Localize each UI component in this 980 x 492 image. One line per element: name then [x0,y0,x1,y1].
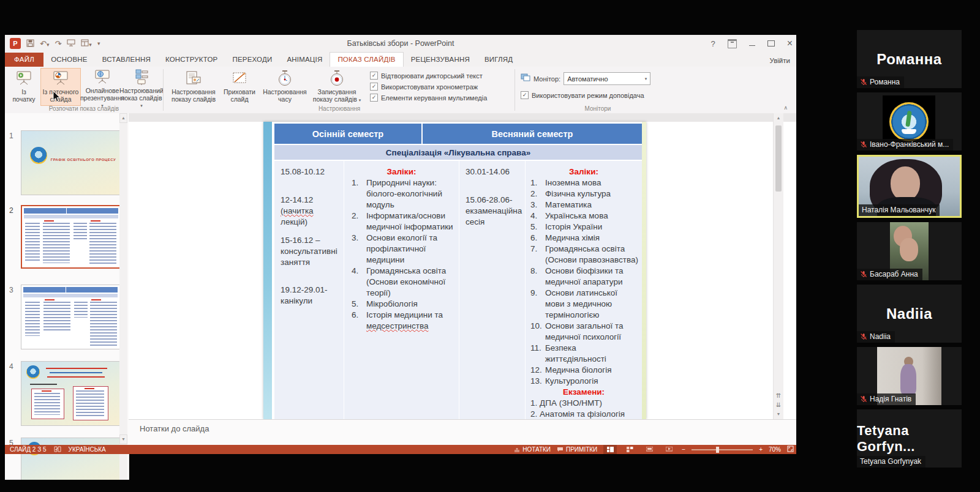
vertical-scrollbar[interactable]: ▲ ⇈ ⇊ ▼ [773,113,783,419]
from-current-slide-button[interactable]: Із поточного слайда [40,68,81,106]
setup-slideshow-button[interactable]: Настроювання показу слайдів [168,69,219,104]
hide-slide-button[interactable]: Приховати слайд [222,69,257,104]
undo-icon[interactable]: ↶▾ [40,40,49,48]
monitor-icon [521,73,530,84]
record-slideshow-button[interactable]: Записування показу слайдів ▾ [311,69,363,104]
zoom-in-icon[interactable]: + [759,446,763,453]
close-icon[interactable]: × [787,38,793,49]
tab-slideshow[interactable]: ПОКАЗ СЛАЙДІВ [330,52,403,67]
zoom-slider[interactable] [692,449,753,450]
slide-sorter-view-button[interactable] [623,445,636,454]
participant-tile-nadiia[interactable]: Nadiia Nadiia [857,285,962,343]
slide-thumbnail-2-selected[interactable] [21,205,121,269]
participant-tile-basarab[interactable]: Басараб Анна [857,222,962,280]
language-indicator[interactable]: УКРАЇНСЬКА [69,446,106,453]
slide-canvas[interactable]: Осінній семестр Весняний семестр Спеціал… [263,122,646,419]
group-setup: Настроювання показу слайдів Приховати сл… [164,67,514,113]
sign-in-link[interactable]: Увійти [770,57,790,64]
credit-item: Громадянська освіта (Основи правознавств… [545,244,639,266]
credit-item: Іноземна мова [545,177,639,188]
table-icon[interactable]: ▾ [81,39,92,48]
slideshow-view-button[interactable] [662,445,676,454]
save-icon[interactable] [26,39,34,48]
spellcheck-icon[interactable] [54,446,61,453]
button-label: Настроювання часу [261,89,309,103]
normal-view-button[interactable] [603,445,617,454]
comments-button[interactable]: ПРИМІТКИ [557,446,597,453]
ribbon: Із початку Із поточного слайда Онлайнове… [5,67,796,114]
custom-slideshow-button[interactable]: Настроюваний показ слайдів ▾ [123,69,160,104]
participant-tile-college[interactable]: Івано-Франківський м... [857,92,962,151]
participant-tile-hnativ[interactable]: Надія Гнатів [857,347,962,405]
zoom-participants-strip: Романна Романна Івано-Франківський м... … [857,30,962,472]
tab-view[interactable]: ВИГЛЯД [477,53,520,67]
window-title: Батьківські збори - PowerPoint [5,39,796,48]
credit-item: Медична біологія [545,365,639,376]
tab-design[interactable]: КОНСТРУКТОР [158,53,225,67]
tab-animations[interactable]: АНІМАЦІЯ [279,53,330,67]
scroll-down-icon[interactable]: ▼ [119,434,127,444]
participant-tile-nataliia-speaking[interactable]: Наталія Мальованчук [857,155,962,218]
credit-item: Мікробіологія [366,299,456,310]
fit-to-window-icon[interactable] [787,445,794,453]
slide-thumbnail-3[interactable] [21,285,120,349]
redo-icon[interactable]: ↷ [55,40,61,48]
slide-left-accent [263,122,272,419]
zoom-level[interactable]: 70% [769,446,781,453]
status-bar: СЛАЙД 2 З 5 УКРАЇНСЬКА НОТАТКИ ПРИМІТКИ [5,445,796,454]
tab-file[interactable]: ФАЙЛ [5,53,43,67]
notes-button[interactable]: НОТАТКИ [514,446,551,453]
slide-thumbnail-1[interactable]: ГРАФІК ОСВІТНЬОГО ПРОЦЕСУ [21,130,120,195]
exams-list: ДПА (ЗНО/НМТ) Анатомія та фізіологія люд… [526,398,642,419]
collapse-ribbon-icon[interactable]: ∧ [783,105,788,111]
credit-item: Основи латинської мови з медичною термін… [545,288,639,321]
customize-qat-icon[interactable]: ▾ [97,40,100,47]
start-slideshow-icon[interactable] [67,39,75,48]
slide-thumbnail-5[interactable] [21,438,120,480]
checkbox-icon: ✓ [370,83,378,91]
slideshow-screen-icon [52,69,69,87]
next-slide-icon[interactable]: ⇊ [776,400,781,409]
previous-slide-icon[interactable]: ⇈ [776,391,781,400]
thumbnail-scrollbar[interactable]: ▲ ▼ [119,113,127,480]
scroll-down-icon[interactable]: ▼ [777,409,781,419]
reading-view-button[interactable] [643,445,656,454]
monitor-dropdown[interactable]: Автоматично ▾ [564,72,650,85]
rehearse-timings-button[interactable]: Настроювання часу [261,69,309,104]
semester-table[interactable]: Осінній семестр Весняний семестр Спеціал… [274,124,642,419]
show-media-controls-checkbox[interactable]: ✓ Елементи керування мультимедіа [370,94,487,102]
checkbox-label: Використовувати режим доповідача [532,92,644,99]
play-narrations-checkbox[interactable]: ✓ Відтворювати дикторський текст [370,72,487,80]
checkbox-label: Елементи керування мультимедіа [381,94,487,102]
button-label: Записування показу слайдів ▾ [311,89,363,103]
scroll-up-icon[interactable]: ▲ [777,113,781,123]
restore-icon[interactable] [767,40,775,47]
slide-thumbnail-4[interactable] [21,361,120,426]
slide-editing-area: Осінній семестр Весняний семестр Спеціал… [129,113,796,419]
ribbon-display-options-icon[interactable] [728,39,737,48]
present-online-button[interactable]: Онлайнове презентування ▾ [85,69,120,104]
from-beginning-button[interactable]: Із початку [10,69,38,104]
zoom-slider-thumb[interactable] [716,447,719,453]
canvas-margin [129,113,796,122]
tab-home[interactable]: ОСНОВНЕ [43,53,95,67]
scrollbar-thumb[interactable] [775,125,782,192]
use-timings-checkbox[interactable]: ✓ Використовувати хронометраж [370,83,487,91]
help-icon[interactable]: ? [710,39,715,48]
minimize-icon[interactable] [749,45,755,46]
checkbox-label: Використовувати хронометраж [381,83,478,91]
participant-tile-tetyana[interactable]: Tetyana Gorfyn... Tetyana Gorfynyak [857,409,962,468]
tab-insert[interactable]: ВСТАВЛЕННЯ [95,53,158,67]
tab-transitions[interactable]: ПЕРЕХОДИ [225,53,279,67]
presenter-view-checkbox[interactable]: ✓ Використовувати режим доповідача [521,91,644,99]
participant-tile-romanna[interactable]: Романна Романна [857,30,962,88]
scroll-up-icon[interactable]: ▲ [119,113,127,123]
college-emblem-icon [30,147,47,164]
spring-credits-cell: Заліки: Іноземна мова Фізична культура М… [526,161,642,419]
tab-review[interactable]: РЕЦЕНЗУВАННЯ [404,53,477,67]
record-icon [329,69,345,87]
college-emblem-icon [26,365,40,379]
credit-item: Історія України [545,222,639,233]
zoom-out-icon[interactable]: − [682,446,685,453]
notes-pane[interactable]: Нотатки до слайда [129,419,796,445]
